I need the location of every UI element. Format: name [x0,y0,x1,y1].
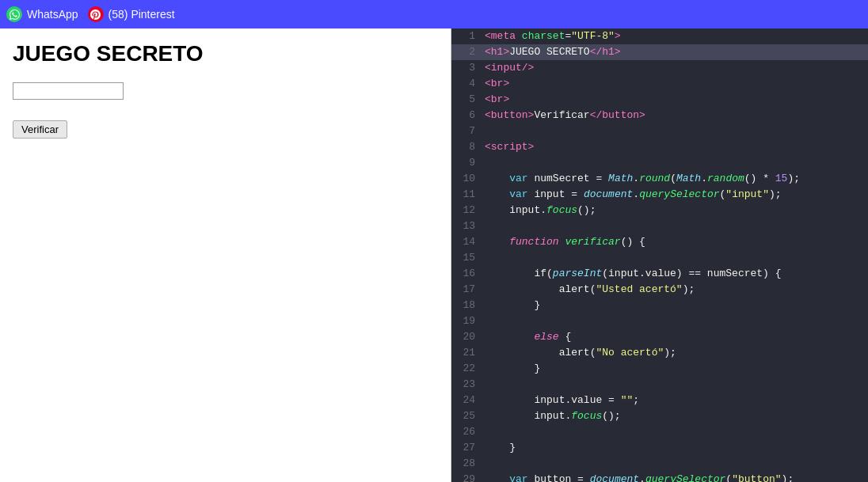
line-content-16: if(parseInt(input.value) == numSecret) { [485,266,868,282]
line-num-22: 22 [451,361,485,377]
line-content-21: alert("No acertó"); [485,345,868,361]
line-content-28 [485,456,868,472]
line-content-2: <h1>JUEGO SECRETO</h1> [485,44,868,60]
line-num-25: 25 [451,408,485,424]
line-num-16: 16 [451,266,485,282]
code-line-5: 5 <br> [451,92,868,108]
line-num-27: 27 [451,440,485,456]
code-line-21: 21 alert("No acertó"); [451,345,868,361]
line-content-9 [485,155,868,171]
browser-tab-bar: WhatsApp (58) Pinterest [0,0,868,28]
line-content-13 [485,218,868,234]
code-line-19: 19 [451,313,868,329]
code-line-23: 23 [451,377,868,393]
line-content-17: alert("Usted acertó"); [485,282,868,298]
line-content-27: } [485,440,868,456]
line-num-28: 28 [451,456,485,472]
code-line-3: 3 <input/> [451,60,868,76]
whatsapp-icon [6,6,22,22]
code-line-1: 1 <meta charset="UTF-8"> [451,28,868,44]
secret-input[interactable] [13,82,124,100]
line-num-13: 13 [451,218,485,234]
code-line-20: 20 else { [451,329,868,345]
browser-preview: JUEGO SECRETO Verificar [0,28,451,482]
pinterest-tab[interactable]: (58) Pinterest [88,6,175,22]
main-content: JUEGO SECRETO Verificar 1 <meta charset=… [0,28,868,482]
code-line-18: 18 } [451,298,868,313]
line-content-10: var numSecret = Math.round(Math.random()… [485,171,868,187]
code-line-27: 27 } [451,440,868,456]
code-line-14: 14 function verificar() { [451,234,868,250]
code-line-16: 16 if(parseInt(input.value) == numSecret… [451,266,868,282]
pinterest-icon [88,6,104,22]
line-num-24: 24 [451,393,485,408]
page-title: JUEGO SECRETO [13,41,438,66]
code-line-4: 4 <br> [451,76,868,92]
code-line-24: 24 input.value = ""; [451,393,868,408]
line-num-20: 20 [451,329,485,345]
line-num-3: 3 [451,60,485,76]
code-line-28: 28 [451,456,868,472]
line-num-7: 7 [451,123,485,139]
line-content-6: <button>Verificar</button> [485,108,868,123]
line-num-9: 9 [451,155,485,171]
whatsapp-tab[interactable]: WhatsApp [6,6,78,22]
line-num-23: 23 [451,377,485,393]
code-line-9: 9 [451,155,868,171]
code-line-29: 29 var button = document.querySelector("… [451,472,868,482]
code-editor: 1 <meta charset="UTF-8"> 2 <h1>JUEGO SEC… [451,28,868,482]
line-num-10: 10 [451,171,485,187]
line-num-17: 17 [451,282,485,298]
line-content-3: <input/> [485,60,868,76]
line-content-20: else { [485,329,868,345]
code-line-11: 11 var input = document.querySelector("i… [451,187,868,203]
code-line-8: 8 <script> [451,139,868,155]
line-num-1: 1 [451,28,485,44]
line-content-8: <script> [485,139,868,155]
line-num-15: 15 [451,250,485,266]
line-num-8: 8 [451,139,485,155]
line-content-29: var button = document.querySelector("but… [485,472,868,482]
line-num-5: 5 [451,92,485,108]
line-content-12: input.focus(); [485,203,868,218]
line-content-1: <meta charset="UTF-8"> [485,28,868,44]
line-content-11: var input = document.querySelector("inpu… [485,187,868,203]
line-num-26: 26 [451,424,485,440]
code-line-2: 2 <h1>JUEGO SECRETO</h1> [451,44,868,60]
line-num-12: 12 [451,203,485,218]
line-num-29: 29 [451,472,485,482]
line-num-11: 11 [451,187,485,203]
code-line-22: 22 } [451,361,868,377]
code-line-12: 12 input.focus(); [451,203,868,218]
code-line-7: 7 [451,123,868,139]
line-num-2: 2 [451,44,485,60]
line-content-26 [485,424,868,440]
line-content-18: } [485,298,868,313]
code-line-15: 15 [451,250,868,266]
line-content-23 [485,377,868,393]
code-line-26: 26 [451,424,868,440]
line-content-19 [485,313,868,329]
verify-button[interactable]: Verificar [13,120,67,139]
line-content-15 [485,250,868,266]
line-num-19: 19 [451,313,485,329]
line-content-5: <br> [485,92,868,108]
line-content-22: } [485,361,868,377]
line-num-21: 21 [451,345,485,361]
code-line-6: 6 <button>Verificar</button> [451,108,868,123]
whatsapp-tab-label: WhatsApp [27,8,78,21]
code-line-17: 17 alert("Usted acertó"); [451,282,868,298]
line-num-4: 4 [451,76,485,92]
line-content-7 [485,123,868,139]
code-line-13: 13 [451,218,868,234]
code-line-10: 10 var numSecret = Math.round(Math.rando… [451,171,868,187]
line-num-14: 14 [451,234,485,250]
line-content-4: <br> [485,76,868,92]
line-num-18: 18 [451,298,485,313]
line-content-24: input.value = ""; [485,393,868,408]
line-content-14: function verificar() { [485,234,868,250]
line-num-6: 6 [451,108,485,123]
line-content-25: input.focus(); [485,408,868,424]
pinterest-tab-label: (58) Pinterest [108,8,175,21]
code-line-25: 25 input.focus(); [451,408,868,424]
